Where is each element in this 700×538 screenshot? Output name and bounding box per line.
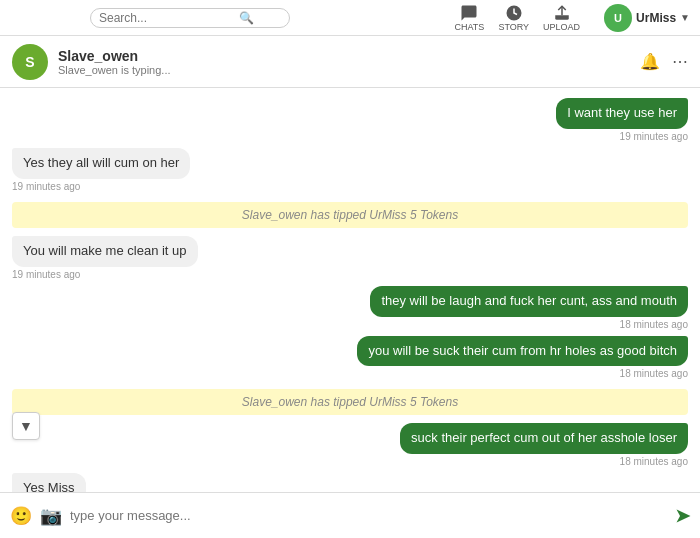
- chats-label: CHATS: [455, 22, 485, 32]
- message-input[interactable]: [70, 508, 667, 523]
- user-avatar: U: [604, 4, 632, 32]
- message-time: 19 minutes ago: [620, 131, 688, 142]
- upload-label: UPLOAD: [543, 22, 580, 32]
- search-input[interactable]: [99, 11, 239, 25]
- emoji-icon[interactable]: 🙂: [10, 505, 32, 527]
- message-row: they will be laugh and fuck her cunt, as…: [12, 286, 688, 330]
- messages-wrapper: I want they use her 19 minutes ago Yes t…: [0, 88, 700, 492]
- tip-notification: Slave_owen has tipped UrMiss 5 Tokens: [12, 389, 688, 415]
- send-button[interactable]: ➤: [675, 505, 690, 527]
- tip-notification: Slave_owen has tipped UrMiss 5 Tokens: [12, 202, 688, 228]
- scroll-down-button[interactable]: ▼: [12, 412, 40, 440]
- chats-icon-nav[interactable]: CHATS: [455, 4, 485, 32]
- search-bar[interactable]: 🔍: [90, 8, 290, 28]
- message-bubble: suck their perfect cum out of her asshol…: [400, 423, 688, 454]
- message-time: 18 minutes ago: [620, 319, 688, 330]
- message-bubble: Yes Miss: [12, 473, 86, 492]
- more-options-icon[interactable]: ⋯: [672, 52, 688, 71]
- camera-icon[interactable]: 📷: [40, 505, 62, 527]
- chat-status: Slave_owen is typing...: [58, 64, 640, 76]
- message-row: You will make me clean it up 19 minutes …: [12, 236, 688, 280]
- top-navigation: 🔍 CHATS STORY UPLOAD U UrMiss ▼: [0, 0, 700, 36]
- message-time: 19 minutes ago: [12, 269, 80, 280]
- search-icon: 🔍: [239, 11, 254, 25]
- nav-icons: CHATS STORY UPLOAD U UrMiss ▼: [455, 4, 690, 32]
- upload-icon-nav[interactable]: UPLOAD: [543, 4, 580, 32]
- chat-header: S Slave_owen Slave_owen is typing... 🔔 ⋯: [0, 36, 700, 88]
- message-row: Yes Miss 18 minutes ago: [12, 473, 688, 492]
- message-time: 18 minutes ago: [620, 368, 688, 379]
- message-bubble: they will be laugh and fuck her cunt, as…: [370, 286, 688, 317]
- story-label: STORY: [498, 22, 529, 32]
- input-area: 🙂 📷 ➤: [0, 492, 700, 538]
- story-icon-nav[interactable]: STORY: [498, 4, 529, 32]
- message-bubble: you will be suck their cum from hr holes…: [357, 336, 688, 367]
- bell-icon[interactable]: 🔔: [640, 52, 660, 71]
- chat-username: Slave_owen: [58, 48, 640, 64]
- messages-area: I want they use her 19 minutes ago Yes t…: [0, 88, 700, 492]
- user-name: UrMiss: [636, 11, 676, 25]
- message-bubble: You will make me clean it up: [12, 236, 198, 267]
- chevron-down-icon: ▼: [680, 12, 690, 23]
- message-row: you will be suck their cum from hr holes…: [12, 336, 688, 380]
- chat-avatar: S: [12, 44, 48, 80]
- message-row: Yes they all will cum on her 19 minutes …: [12, 148, 688, 192]
- user-menu[interactable]: U UrMiss ▼: [604, 4, 690, 32]
- message-row: I want they use her 19 minutes ago: [12, 98, 688, 142]
- message-time: 18 minutes ago: [620, 456, 688, 467]
- message-row: suck their perfect cum out of her asshol…: [12, 423, 688, 467]
- message-bubble: I want they use her: [556, 98, 688, 129]
- message-bubble: Yes they all will cum on her: [12, 148, 190, 179]
- message-time: 19 minutes ago: [12, 181, 80, 192]
- chat-user-info: Slave_owen Slave_owen is typing...: [58, 48, 640, 76]
- header-actions: 🔔 ⋯: [640, 52, 688, 71]
